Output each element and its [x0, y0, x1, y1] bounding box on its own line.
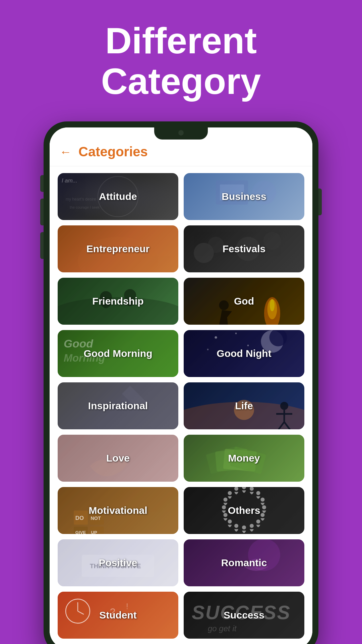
- category-item-business[interactable]: Business: [184, 173, 304, 220]
- category-item-love[interactable]: Love: [58, 435, 178, 482]
- category-label-good-morning: Good Morning: [58, 330, 178, 377]
- category-item-festivals[interactable]: Festivals: [184, 225, 304, 272]
- category-item-entrepreneur[interactable]: Entrepreneur: [58, 225, 178, 272]
- category-item-money[interactable]: Money: [184, 435, 304, 482]
- category-label-inspirational: Inspirational: [58, 382, 178, 429]
- category-label-entrepreneur: Entrepreneur: [58, 225, 178, 272]
- phone-mockup: ← Categories I am... my heart's desire t…: [44, 121, 318, 644]
- back-button[interactable]: ←: [60, 145, 72, 159]
- category-item-student[interactable]: ? ! Student: [58, 592, 178, 639]
- phone-camera: [178, 130, 184, 136]
- category-item-success[interactable]: SUCCESS go get it Success: [184, 592, 304, 639]
- category-label-motivational: Motivational: [58, 487, 178, 534]
- categories-grid: I am... my heart's desire the courage I …: [50, 166, 312, 644]
- category-label-life: Life: [184, 382, 304, 429]
- category-item-good-night[interactable]: Good Night: [184, 330, 304, 377]
- category-item-others[interactable]: Others: [184, 487, 304, 534]
- header-section: Different Category: [0, 0, 362, 115]
- category-label-romantic: Romantic: [184, 539, 304, 586]
- phone-screen: ← Categories I am... my heart's desire t…: [50, 127, 312, 644]
- category-label-festivals: Festivals: [184, 225, 304, 272]
- category-label-student: Student: [58, 592, 178, 639]
- app-title: Categories: [78, 144, 148, 159]
- category-label-good-night: Good Night: [184, 330, 304, 377]
- category-label-friendship: Friendship: [58, 278, 178, 325]
- phone-volume-up-button: [40, 175, 44, 192]
- category-item-god[interactable]: God: [184, 278, 304, 325]
- category-item-good-morning[interactable]: Good Morning Good Morning: [58, 330, 178, 377]
- category-label-money: Money: [184, 435, 304, 482]
- category-label-love: Love: [58, 435, 178, 482]
- category-item-friendship[interactable]: Friendship: [58, 278, 178, 325]
- category-item-motivational[interactable]: DO NOT GIVE UP Motivational: [58, 487, 178, 534]
- phone-volume-down-button: [40, 199, 44, 225]
- category-item-attitude[interactable]: I am... my heart's desire the courage I …: [58, 173, 178, 220]
- category-item-life[interactable]: Life: [184, 382, 304, 429]
- category-label-positive: Positive: [58, 539, 178, 586]
- category-label-others: Others: [184, 487, 304, 534]
- phone-silent-button: [40, 232, 44, 259]
- phone-power-button: [318, 189, 322, 215]
- category-item-romantic[interactable]: Romantic: [184, 539, 304, 586]
- category-item-positive[interactable]: THINK POSITIVE Positive: [58, 539, 178, 586]
- category-item-inspirational[interactable]: Inspirational: [58, 382, 178, 429]
- category-label-attitude: Attitude: [58, 173, 178, 220]
- category-label-business: Business: [184, 173, 304, 220]
- category-label-god: God: [184, 278, 304, 325]
- category-label-success: Success: [184, 592, 304, 639]
- page-title: Different Category: [101, 20, 261, 101]
